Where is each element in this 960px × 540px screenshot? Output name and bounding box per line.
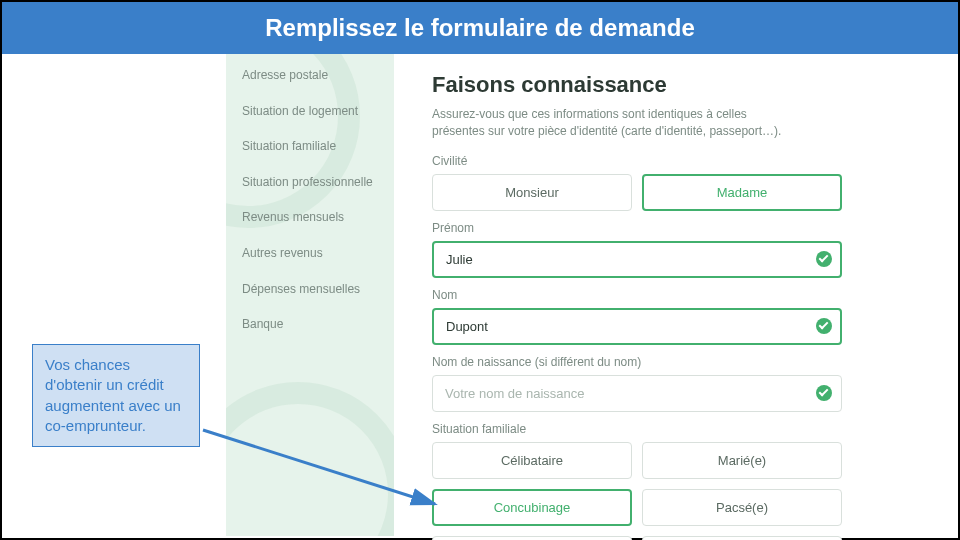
firstname-label: Prénom	[432, 221, 842, 235]
banner: Remplissez le formulaire de demande	[2, 2, 958, 54]
birthname-input[interactable]: Votre nom de naissance	[432, 375, 842, 412]
check-icon	[816, 251, 832, 267]
input-value: Dupont	[446, 319, 488, 334]
option-label: Pacsé(e)	[716, 500, 768, 515]
sidebar-item-label: Revenus mensuels	[242, 210, 344, 224]
input-value: Julie	[446, 252, 473, 267]
birthname-label: Nom de naissance (si différent du nom)	[432, 355, 842, 369]
banner-title: Remplissez le formulaire de demande	[265, 14, 694, 41]
sidebar-item-revenus[interactable]: Revenus mensuels	[242, 210, 378, 226]
form-heading: Faisons connaissance	[432, 72, 842, 98]
check-icon	[816, 318, 832, 334]
birthname-field-wrap: Votre nom de naissance	[432, 375, 842, 412]
marital-option-marie[interactable]: Marié(e)	[642, 442, 842, 479]
lastname-group: Nom Dupont	[432, 288, 842, 345]
marital-label: Situation familiale	[432, 422, 842, 436]
option-label: Marié(e)	[718, 453, 766, 468]
form-panel: Faisons connaissance Assurez-vous que ce…	[422, 54, 852, 540]
sidebar-item-banque[interactable]: Banque	[242, 317, 378, 333]
sidebar-item-label: Autres revenus	[242, 246, 323, 260]
firstname-input[interactable]: Julie	[432, 241, 842, 278]
marital-option-divorce[interactable]: Divorcé(e)	[432, 536, 632, 540]
sidebar-item-label: Situation professionnelle	[242, 175, 373, 189]
form-subtext: Assurez-vous que ces informations sont i…	[432, 106, 792, 140]
lastname-label: Nom	[432, 288, 842, 302]
civility-options: Monsieur Madame	[432, 174, 842, 211]
firstname-field-wrap: Julie	[432, 241, 842, 278]
option-label: Célibataire	[501, 453, 563, 468]
sidebar-nav: Adresse postale Situation de logement Si…	[226, 54, 394, 536]
sidebar-item-label: Situation familiale	[242, 139, 336, 153]
sidebar-item-situation-pro[interactable]: Situation professionnelle	[242, 175, 378, 191]
civility-option-madame[interactable]: Madame	[642, 174, 842, 211]
slide-frame: Remplissez le formulaire de demande Adre…	[0, 0, 960, 540]
input-placeholder: Votre nom de naissance	[445, 386, 584, 401]
check-icon	[816, 385, 832, 401]
option-label: Madame	[717, 185, 768, 200]
callout-text: Vos chances d'obtenir un crédit augmente…	[45, 356, 181, 434]
tip-callout: Vos chances d'obtenir un crédit augmente…	[32, 344, 200, 447]
sidebar-item-label: Adresse postale	[242, 68, 328, 82]
content-area: Adresse postale Situation de logement Si…	[4, 54, 956, 536]
sidebar-item-label: Banque	[242, 317, 283, 331]
marital-option-concubinage[interactable]: Concubinage	[432, 489, 632, 526]
marital-options: Célibataire Marié(e) Concubinage Pacsé(e…	[432, 442, 842, 540]
civility-group: Civilité Monsieur Madame	[432, 154, 842, 211]
sidebar-item-depenses[interactable]: Dépenses mensuelles	[242, 282, 378, 298]
sidebar-item-label: Situation de logement	[242, 104, 358, 118]
sidebar-item-logement[interactable]: Situation de logement	[242, 104, 378, 120]
option-label: Monsieur	[505, 185, 558, 200]
marital-option-pacse[interactable]: Pacsé(e)	[642, 489, 842, 526]
birthname-group: Nom de naissance (si différent du nom) V…	[432, 355, 842, 412]
sidebar-item-autres-revenus[interactable]: Autres revenus	[242, 246, 378, 262]
option-label: Concubinage	[494, 500, 571, 515]
lastname-field-wrap: Dupont	[432, 308, 842, 345]
marital-option-veuf[interactable]: Veuf(ve)	[642, 536, 842, 540]
sidebar-item-adresse[interactable]: Adresse postale	[242, 68, 378, 84]
lastname-input[interactable]: Dupont	[432, 308, 842, 345]
sidebar-item-label: Dépenses mensuelles	[242, 282, 360, 296]
firstname-group: Prénom Julie	[432, 221, 842, 278]
sidebar-item-situation-familiale[interactable]: Situation familiale	[242, 139, 378, 155]
marital-option-celibataire[interactable]: Célibataire	[432, 442, 632, 479]
civility-option-monsieur[interactable]: Monsieur	[432, 174, 632, 211]
marital-group: Situation familiale Célibataire Marié(e)…	[432, 422, 842, 540]
civility-label: Civilité	[432, 154, 842, 168]
